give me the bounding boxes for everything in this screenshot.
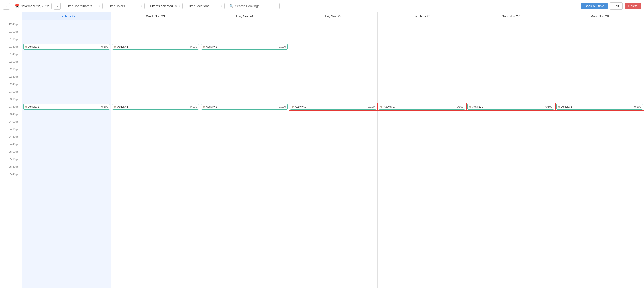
time-cell[interactable] xyxy=(22,140,111,148)
time-cell[interactable] xyxy=(378,140,466,148)
time-cell[interactable] xyxy=(466,140,555,148)
time-cell[interactable] xyxy=(289,133,377,140)
items-selected-filter[interactable]: 1 items selected ✕ ▾ xyxy=(147,3,183,9)
activity-block[interactable]: Activity 10/100 xyxy=(24,104,110,110)
time-cell[interactable] xyxy=(466,118,555,126)
filter-coordinators-dropdown[interactable]: Filter Coordinators ▾ xyxy=(63,3,103,9)
time-cell[interactable] xyxy=(289,43,377,50)
time-cell[interactable] xyxy=(111,20,200,28)
time-cell[interactable] xyxy=(200,66,289,73)
time-cell[interactable] xyxy=(466,170,555,178)
time-cell[interactable] xyxy=(111,110,200,118)
time-cell[interactable] xyxy=(22,163,111,170)
time-cell[interactable] xyxy=(22,170,111,178)
time-cell[interactable] xyxy=(111,58,200,66)
time-cell[interactable] xyxy=(200,36,289,43)
time-cell[interactable] xyxy=(111,28,200,36)
time-cell[interactable] xyxy=(555,118,644,126)
time-cell[interactable] xyxy=(111,96,200,103)
time-cell[interactable] xyxy=(200,50,289,58)
time-cell[interactable] xyxy=(555,148,644,156)
time-cell[interactable] xyxy=(200,88,289,96)
time-cell[interactable] xyxy=(22,66,111,73)
time-cell[interactable] xyxy=(22,126,111,133)
time-cell[interactable] xyxy=(555,140,644,148)
time-cell[interactable] xyxy=(289,148,377,156)
time-cell[interactable] xyxy=(466,50,555,58)
time-cell[interactable] xyxy=(289,50,377,58)
time-cell[interactable]: Activity 10/100 xyxy=(289,103,377,110)
time-cell[interactable] xyxy=(555,163,644,170)
filter-colors-dropdown[interactable]: Filter Colors ▾ xyxy=(105,3,145,9)
time-cell[interactable] xyxy=(466,80,555,88)
time-cell[interactable] xyxy=(22,133,111,140)
time-cell[interactable] xyxy=(555,126,644,133)
time-cell[interactable] xyxy=(378,43,466,50)
time-cell[interactable] xyxy=(555,133,644,140)
time-cell[interactable] xyxy=(466,20,555,28)
time-cell[interactable] xyxy=(378,36,466,43)
time-cell[interactable]: Activity 10/100 xyxy=(466,103,555,110)
search-box[interactable]: 🔍 xyxy=(227,3,280,9)
time-cell[interactable] xyxy=(22,58,111,66)
time-cell[interactable] xyxy=(289,118,377,126)
time-cell[interactable]: Activity 10/100 xyxy=(200,43,289,50)
time-cell[interactable] xyxy=(378,148,466,156)
time-cell[interactable]: Activity 10/100 xyxy=(555,103,644,110)
activity-block[interactable]: Activity 10/100 xyxy=(378,104,465,110)
time-cell[interactable] xyxy=(555,88,644,96)
time-cell[interactable] xyxy=(555,36,644,43)
time-cell[interactable] xyxy=(289,110,377,118)
time-cell[interactable] xyxy=(555,170,644,178)
clear-selection-button[interactable]: ✕ xyxy=(174,4,177,8)
time-cell[interactable] xyxy=(555,43,644,50)
book-multiple-button[interactable]: Book Multiple xyxy=(581,3,608,10)
time-cell[interactable] xyxy=(555,73,644,80)
time-cell[interactable] xyxy=(555,66,644,73)
time-cell[interactable] xyxy=(466,156,555,163)
time-cell[interactable]: Activity 10/100 xyxy=(111,43,200,50)
time-cell[interactable] xyxy=(466,36,555,43)
time-cell[interactable] xyxy=(289,96,377,103)
time-cell[interactable] xyxy=(200,28,289,36)
time-cell[interactable] xyxy=(466,88,555,96)
time-cell[interactable] xyxy=(466,163,555,170)
prev-button[interactable]: ‹ xyxy=(3,3,10,10)
time-cell[interactable] xyxy=(378,96,466,103)
time-cell[interactable] xyxy=(289,140,377,148)
search-input[interactable] xyxy=(235,4,277,8)
time-cell[interactable]: Activity 10/100 xyxy=(378,103,466,110)
time-cell[interactable] xyxy=(200,156,289,163)
activity-block[interactable]: Activity 10/100 xyxy=(467,104,554,110)
time-cell[interactable] xyxy=(555,156,644,163)
time-cell[interactable] xyxy=(22,20,111,28)
time-cell[interactable] xyxy=(22,110,111,118)
time-cell[interactable] xyxy=(378,156,466,163)
time-cell[interactable] xyxy=(111,73,200,80)
time-cell[interactable] xyxy=(22,96,111,103)
time-cell[interactable] xyxy=(111,118,200,126)
time-cell[interactable] xyxy=(289,156,377,163)
time-cell[interactable] xyxy=(555,50,644,58)
time-cell[interactable] xyxy=(289,88,377,96)
time-cell[interactable] xyxy=(111,36,200,43)
time-cell[interactable] xyxy=(378,170,466,178)
time-cell[interactable] xyxy=(22,148,111,156)
time-cell[interactable] xyxy=(378,88,466,96)
time-cell[interactable] xyxy=(200,140,289,148)
time-cell[interactable] xyxy=(466,28,555,36)
time-cell[interactable] xyxy=(200,118,289,126)
time-cell[interactable] xyxy=(289,28,377,36)
time-cell[interactable] xyxy=(111,156,200,163)
time-cell[interactable] xyxy=(555,28,644,36)
time-cell[interactable]: Activity 10/100 xyxy=(111,103,200,110)
time-cell[interactable] xyxy=(111,126,200,133)
next-button[interactable]: › xyxy=(54,3,61,10)
activity-block[interactable]: Activity 10/100 xyxy=(112,44,199,50)
time-cell[interactable] xyxy=(200,110,289,118)
time-cell[interactable] xyxy=(200,133,289,140)
time-cell[interactable] xyxy=(466,126,555,133)
time-cell[interactable] xyxy=(200,58,289,66)
time-cell[interactable] xyxy=(466,110,555,118)
delete-button[interactable]: Delete xyxy=(624,3,641,10)
